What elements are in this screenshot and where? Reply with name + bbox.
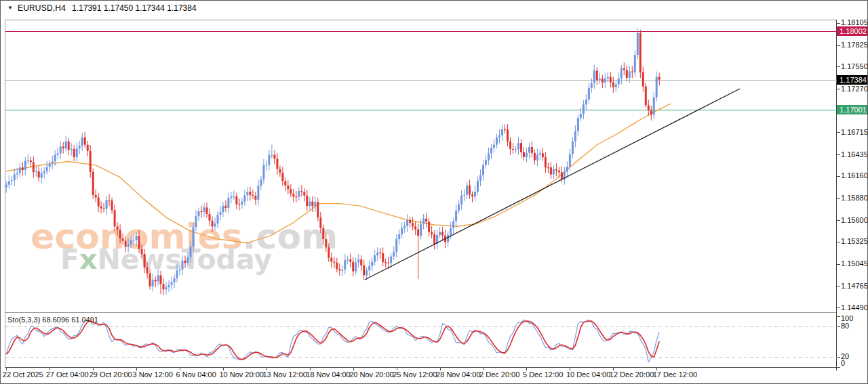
chart-canvas[interactable] [1,1,868,384]
candles-layer [5,33,660,290]
date-label: 3 Nov 12:00 [133,370,173,379]
price-tick-label: 1.14765 [841,282,868,291]
price-tick-label: 1.17270 [841,85,868,93]
price-tick-label: 1.15325 [841,237,868,246]
sto-scale-label: 80 [841,322,849,330]
date-label: 25 Nov 12:00 [393,370,437,379]
date-label: 20 Nov 20:00 [349,370,393,379]
symbol-dropdown-icon[interactable]: ▼ [7,5,13,11]
date-label: 13 Nov 12:00 [262,370,307,379]
price-badge-support: 1.17001 [837,105,868,114]
price-badge-resistance: 1.18002 [837,26,868,36]
date-label: 6 Nov 04:00 [176,370,216,379]
price-tick-label: 1.15600 [841,216,868,225]
date-label: 2 Dec 20:00 [479,370,519,379]
price-tick-label: 1.15045 [841,259,868,268]
date-label: 28 Nov 04:00 [436,370,480,379]
price-tick-label: 1.17825 [841,41,868,49]
price-tick-label: 1.17550 [841,62,868,71]
date-label: 12 Dec 20:00 [610,370,654,379]
sto-k-line [6,320,659,362]
trendline[interactable] [365,89,740,280]
date-label: 17 Dec 12:00 [653,370,697,379]
date-label: 29 Oct 20:00 [90,370,132,379]
date-label: 10 Nov 20:00 [219,370,263,379]
sto-scale-label: 0 [841,359,845,368]
date-label: 10 Dec 04:00 [566,370,610,379]
stochastic-label: Sto(5,3,3) 68.6096 61.0491 [7,316,98,324]
chart-title-ohlc: 1.17391 1.17450 1.17344 1.17384 [72,3,197,13]
price-tick-label: 1.14490 [841,303,868,312]
ma-line [6,104,671,243]
date-label: 5 Dec 12:00 [523,370,563,379]
date-label: 18 Nov 04:00 [306,370,350,379]
price-tick-label: 1.15880 [841,194,868,202]
date-label: 22 Oct 2025 [3,370,43,379]
chart-title-symbol: EURUSD,H4 [18,3,66,13]
price-badge-current: 1.17384 [837,75,868,85]
title-bar: ▼EURUSD,H41.17391 1.17450 1.17344 1.1738… [7,3,197,16]
price-tick-label: 1.16715 [841,128,868,137]
candle-wicks-layer [6,28,659,295]
price-tick-label: 1.16435 [841,150,868,159]
chart-window: ▼EURUSD,H41.17391 1.17450 1.17344 1.1738… [0,0,868,384]
date-label: 27 Oct 04:00 [46,370,89,379]
price-tick-label: 1.16160 [841,171,868,180]
